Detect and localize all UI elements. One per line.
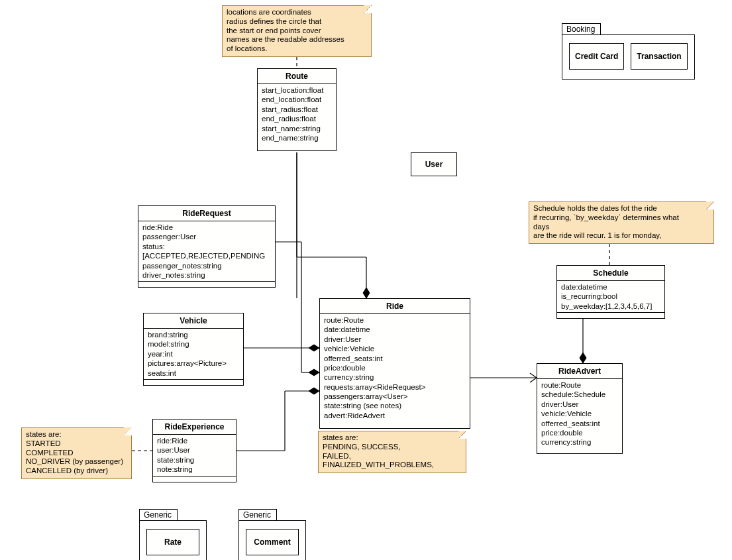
attr: user:User bbox=[157, 445, 232, 455]
attr: seats:int bbox=[148, 368, 239, 378]
class-foot bbox=[138, 281, 275, 287]
class-rideadvert: RideAdvert route:Route schedule:Schedule… bbox=[537, 363, 623, 454]
note-text: states are: STARTED COMPLETED NO_DRIVER … bbox=[26, 430, 123, 475]
attr: ride:Ride bbox=[142, 223, 271, 232]
class-body: ride:Ride passenger:User status:[ACCEPTE… bbox=[138, 221, 275, 281]
class-body: start_location:float end_location:float … bbox=[258, 84, 336, 150]
attr: route:Route bbox=[541, 380, 618, 390]
attr: passenger_notes:string bbox=[142, 261, 271, 270]
attr: end_radius:float bbox=[262, 114, 332, 123]
package-body: Comment bbox=[238, 520, 306, 560]
attr: state:string (see notes) bbox=[324, 401, 466, 410]
class-foot bbox=[557, 312, 664, 318]
attr: vehicle:Vehicle bbox=[324, 344, 466, 353]
class-title: Route bbox=[258, 69, 336, 84]
note-fold-icon bbox=[124, 427, 132, 435]
package-tab: Generic bbox=[139, 509, 178, 520]
package-tab: Generic bbox=[238, 509, 277, 520]
class-title: Comment bbox=[246, 530, 298, 555]
package-booking: Booking Credit Card Transaction bbox=[562, 23, 695, 80]
attr: route:Route bbox=[324, 315, 466, 325]
attr: driver:User bbox=[541, 400, 618, 409]
class-body: ride:Ride user:User state:string note:st… bbox=[153, 435, 236, 476]
attr: advert:RideAdvert bbox=[324, 411, 466, 420]
note-ride: states are: PENDING, SUCCESS, FAILED, FI… bbox=[318, 431, 466, 473]
attr: passengers:array<User> bbox=[324, 392, 466, 401]
class-ride: Ride route:Route date:datetime driver:Us… bbox=[319, 298, 470, 429]
attr: date:datetime bbox=[561, 282, 660, 292]
class-rate: Rate bbox=[146, 529, 199, 555]
svg-marker-11 bbox=[309, 345, 319, 351]
attr: brand:string bbox=[148, 330, 239, 339]
class-title: Vehicle bbox=[144, 313, 243, 329]
class-body: date:datetime is_recurring:bool by_weekd… bbox=[557, 281, 664, 312]
class-riderequest: RideRequest ride:Ride passenger:User sta… bbox=[138, 205, 276, 288]
class-body: brand:string model:string year:int pictu… bbox=[144, 329, 243, 379]
attr: ride:Ride bbox=[157, 436, 232, 445]
uml-diagram: locations are coordinates radius defines… bbox=[0, 0, 732, 560]
attr: vehicle:Vehicle bbox=[541, 409, 618, 418]
class-body: route:Route schedule:Schedule driver:Use… bbox=[537, 379, 622, 453]
class-rideexperience: RideExperience ride:Ride user:User state… bbox=[152, 419, 236, 482]
note-route: locations are coordinates radius defines… bbox=[222, 5, 372, 57]
class-body: route:Route date:datetime driver:User ve… bbox=[320, 314, 470, 428]
attr: requests:array<RideRequest> bbox=[324, 382, 466, 392]
class-credit-card: Credit Card bbox=[569, 43, 624, 70]
class-title: User bbox=[411, 153, 456, 176]
class-comment: Comment bbox=[246, 529, 299, 555]
note-fold-icon bbox=[364, 5, 372, 13]
attr: driver_notes:string bbox=[142, 270, 271, 280]
attr: price:double bbox=[324, 363, 466, 372]
class-vehicle: Vehicle brand:string model:string year:i… bbox=[143, 313, 244, 386]
class-schedule: Schedule date:datetime is_recurring:bool… bbox=[556, 265, 665, 319]
attr: year:int bbox=[148, 349, 239, 359]
attr: status:[ACCEPTED,REJECTED,PENDING bbox=[142, 242, 271, 261]
attr: schedule:Schedule bbox=[541, 390, 618, 399]
class-foot bbox=[153, 476, 236, 482]
note-text: locations are coordinates radius defines… bbox=[227, 8, 344, 52]
class-route: Route start_location:float end_location:… bbox=[257, 68, 337, 151]
class-title: Ride bbox=[320, 299, 470, 314]
package-generic-rate: Generic Rate bbox=[139, 509, 207, 560]
attr: date:datetime bbox=[324, 325, 466, 334]
attr: model:string bbox=[148, 339, 239, 349]
attr: start_radius:float bbox=[262, 105, 332, 114]
package-generic-comment: Generic Comment bbox=[238, 509, 306, 560]
attr: is_recurring:bool bbox=[561, 292, 660, 301]
note-fold-icon bbox=[706, 201, 714, 209]
attr: state:string bbox=[157, 455, 232, 465]
note-text: states are: PENDING, SUCCESS, FAILED, FI… bbox=[323, 433, 434, 469]
package-body: Rate bbox=[139, 520, 207, 560]
note-rideexperience: states are: STARTED COMPLETED NO_DRIVER … bbox=[21, 427, 132, 479]
class-title: RideRequest bbox=[138, 206, 275, 221]
attr: by_weekday:[1,2,3,4,5,6,7] bbox=[561, 302, 660, 311]
package-body: Credit Card Transaction bbox=[562, 34, 695, 80]
class-title: Schedule bbox=[557, 266, 664, 281]
attr: passenger:User bbox=[142, 232, 271, 241]
class-transaction: Transaction bbox=[631, 43, 687, 70]
attr: price:double bbox=[541, 428, 618, 437]
class-foot bbox=[144, 379, 243, 385]
class-title: Rate bbox=[147, 530, 199, 555]
svg-marker-16 bbox=[309, 388, 319, 394]
attr: offerred_seats:int bbox=[324, 354, 466, 363]
attr: note:string bbox=[157, 465, 232, 474]
svg-marker-5 bbox=[363, 288, 370, 298]
class-title: Transaction bbox=[631, 44, 686, 69]
note-fold-icon bbox=[458, 431, 466, 439]
attr: end_name:string bbox=[262, 133, 332, 142]
attr: pictures:array<Picture> bbox=[148, 359, 239, 368]
svg-marker-9 bbox=[309, 369, 319, 376]
class-title: Credit Card bbox=[570, 44, 623, 69]
class-title: RideAdvert bbox=[537, 364, 622, 379]
svg-marker-20 bbox=[580, 353, 586, 363]
attr: end_location:float bbox=[262, 95, 332, 104]
attr: currency:string bbox=[541, 437, 618, 447]
class-title: RideExperience bbox=[153, 420, 236, 435]
attr: start_name:string bbox=[262, 124, 332, 133]
attr: offerred_seats:int bbox=[541, 419, 618, 428]
package-tab: Booking bbox=[562, 23, 601, 34]
attr: currency:string bbox=[324, 372, 466, 382]
note-text: Schedule holds the dates fot the ride if… bbox=[533, 204, 679, 239]
attr: driver:User bbox=[324, 335, 466, 344]
